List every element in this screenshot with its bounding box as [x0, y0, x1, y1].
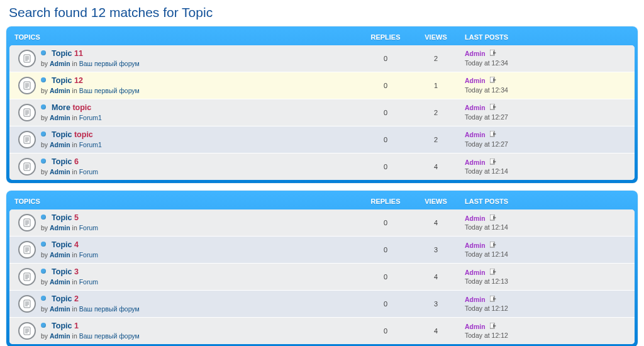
last-poster-link[interactable]: Admin: [465, 296, 486, 303]
topic-title-keyword: 5: [72, 213, 78, 222]
in-label: in: [72, 278, 79, 286]
replies-count: 0: [360, 55, 411, 62]
document-icon: [18, 104, 36, 121]
results-panel: TOPICS REPLIES VIEWS LAST POSTS Topic 5: [6, 191, 638, 346]
row-icon-cell: [13, 214, 41, 232]
topic-title-keyword: 2: [72, 294, 78, 303]
last-poster-link[interactable]: Admin: [465, 269, 486, 276]
forum-link[interactable]: Forum1: [79, 114, 102, 121]
replies-count: 0: [360, 136, 411, 143]
goto-post-icon[interactable]: [490, 269, 497, 275]
document-icon: [18, 268, 36, 286]
by-label: by: [41, 224, 50, 232]
forum-link[interactable]: Ваш первый форум: [79, 60, 140, 67]
last-poster-link[interactable]: Admin: [465, 323, 486, 330]
views-count: 4: [411, 219, 461, 226]
in-label: in: [72, 305, 79, 313]
rows-container: Topic 11 by Admin in Ваш первый форум 0 …: [9, 45, 635, 180]
author-link[interactable]: Admin: [50, 114, 70, 121]
in-label: in: [72, 141, 79, 148]
author-link[interactable]: Admin: [50, 251, 70, 259]
author-link[interactable]: Admin: [50, 87, 70, 94]
in-label: in: [72, 87, 79, 94]
goto-post-icon[interactable]: [490, 323, 497, 329]
last-poster-link[interactable]: Admin: [465, 50, 486, 57]
topic-link[interactable]: Topic 1: [52, 321, 79, 330]
by-label: by: [41, 60, 50, 67]
forum-link[interactable]: Ваш первый форум: [79, 305, 140, 313]
in-label: in: [72, 114, 79, 121]
unread-dot-icon: [41, 159, 46, 164]
row-icon-cell: [13, 77, 41, 94]
topic-meta: by Admin in Forum1: [41, 140, 360, 149]
last-post-cell: Admin Today at 12:14: [461, 214, 631, 232]
topic-row: More topic by Admin in Forum1 0 2 Admin: [9, 99, 635, 126]
last-post-cell: Admin Today at 12:13: [461, 268, 631, 286]
goto-post-icon[interactable]: [490, 215, 497, 221]
topic-link[interactable]: Topic 2: [52, 294, 79, 303]
topic-title-pre: More: [52, 103, 72, 112]
row-icon-cell: [13, 50, 41, 67]
author-link[interactable]: Admin: [50, 168, 70, 176]
goto-post-icon[interactable]: [490, 242, 497, 248]
unread-dot-icon: [41, 131, 46, 137]
forum-link[interactable]: Ваш первый форум: [79, 332, 140, 340]
by-label: by: [41, 114, 50, 121]
forum-link[interactable]: Forum: [79, 168, 98, 176]
replies-count: 0: [360, 109, 411, 116]
author-link[interactable]: Admin: [50, 305, 70, 313]
views-count: 4: [411, 327, 461, 335]
last-post-cell: Admin Today at 12:12: [461, 295, 631, 313]
in-label: in: [72, 60, 79, 67]
topic-link[interactable]: Topic topic: [52, 130, 93, 139]
svg-rect-0: [24, 55, 30, 62]
forum-link[interactable]: Forum: [79, 224, 98, 232]
topic-link[interactable]: More topic: [52, 103, 91, 112]
topic-meta: by Admin in Ваш первый форум: [41, 332, 360, 340]
topic-link[interactable]: Topic 4: [52, 240, 79, 249]
goto-post-icon[interactable]: [490, 50, 497, 56]
last-poster-link[interactable]: Admin: [465, 242, 486, 249]
forum-link[interactable]: Ваш первый форум: [79, 87, 140, 94]
unread-dot-icon: [41, 77, 46, 82]
topic-row: Topic 1 by Admin in Ваш первый форум 0 4…: [9, 317, 635, 344]
topic-link[interactable]: Topic 11: [52, 49, 83, 58]
last-poster-link[interactable]: Admin: [465, 131, 486, 138]
last-poster-link[interactable]: Admin: [465, 77, 486, 84]
views-count: 1: [411, 82, 461, 89]
topic-link[interactable]: Topic 3: [52, 267, 79, 276]
last-poster-link[interactable]: Admin: [465, 159, 486, 166]
author-link[interactable]: Admin: [50, 60, 70, 67]
goto-post-icon[interactable]: [490, 104, 497, 110]
document-icon: [18, 77, 36, 94]
topic-link[interactable]: Topic 5: [52, 213, 79, 222]
topic-row: Topic 3 by Admin in Forum 0 4 Admin: [9, 263, 635, 290]
col-header-views: VIEWS: [411, 33, 461, 41]
forum-link[interactable]: Forum: [79, 278, 98, 286]
forum-link[interactable]: Forum1: [79, 141, 102, 148]
last-post-time: Today at 12:14: [465, 167, 631, 176]
in-label: in: [72, 168, 79, 176]
author-link[interactable]: Admin: [50, 332, 70, 340]
last-poster-link[interactable]: Admin: [465, 215, 486, 222]
goto-post-icon[interactable]: [490, 77, 497, 83]
last-post-time: Today at 12:27: [465, 113, 631, 121]
last-poster-link[interactable]: Admin: [465, 104, 486, 111]
document-icon: [18, 241, 36, 259]
topic-title-keyword: 11: [72, 49, 82, 58]
document-icon: [18, 50, 36, 67]
author-link[interactable]: Admin: [50, 278, 70, 286]
topic-title-pre: Topic: [52, 240, 72, 249]
topic-link[interactable]: Topic 6: [52, 157, 79, 166]
author-link[interactable]: Admin: [50, 224, 70, 232]
unread-dot-icon: [41, 296, 46, 301]
author-link[interactable]: Admin: [50, 141, 70, 148]
topic-link[interactable]: Topic 12: [52, 76, 83, 85]
last-post-time: Today at 12:34: [465, 59, 631, 67]
goto-post-icon[interactable]: [490, 131, 497, 137]
by-label: by: [41, 332, 50, 340]
goto-post-icon[interactable]: [490, 159, 497, 165]
goto-post-icon[interactable]: [490, 296, 497, 302]
last-post-time: Today at 12:34: [465, 86, 631, 94]
forum-link[interactable]: Forum: [79, 251, 98, 259]
